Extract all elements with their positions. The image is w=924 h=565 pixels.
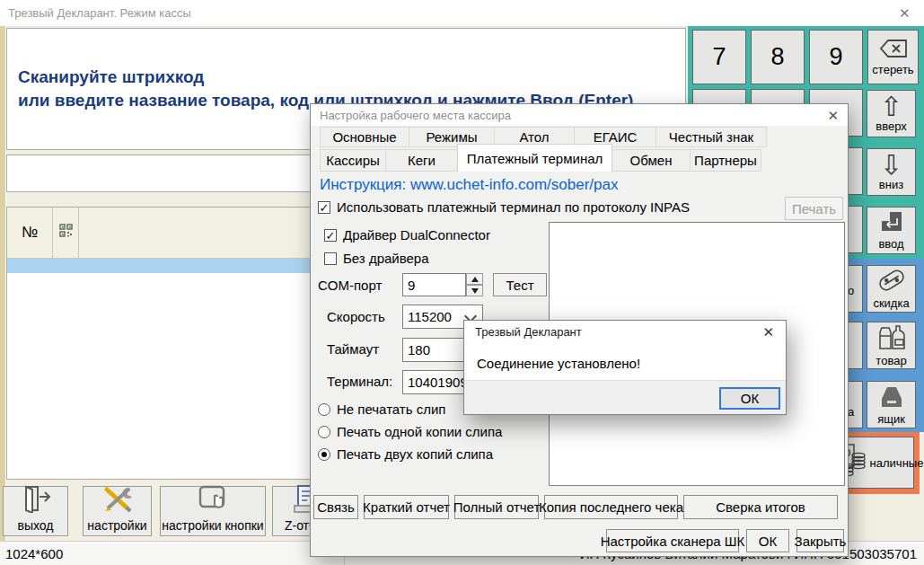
- speed-label: Скорость: [327, 309, 385, 324]
- driver-label: Драйвер DualConnector: [343, 227, 490, 243]
- down-button[interactable]: ⇩ вниз: [867, 148, 916, 196]
- slip-radio-row[interactable]: Печать двух копий слипа: [318, 446, 493, 462]
- main-close-icon[interactable]: ✕: [899, 6, 911, 20]
- tab-obmen[interactable]: Обмен: [612, 149, 691, 172]
- toolbar-label: выход: [18, 518, 54, 533]
- full-report-button[interactable]: Полный отчет: [454, 495, 539, 519]
- driver-checkbox[interactable]: ✓: [324, 229, 337, 242]
- inpas-checkbox[interactable]: ✓: [318, 201, 330, 214]
- key-9[interactable]: 9: [809, 30, 863, 84]
- last-receipt-copy-button[interactable]: Копия последнего чека: [544, 495, 678, 519]
- message-dialog-title: Трезвый Декларант: [475, 325, 582, 339]
- qr-code-icon: [59, 224, 73, 242]
- scanner-settings-button[interactable]: Настройка сканера ШК: [606, 529, 739, 552]
- message-ok-button[interactable]: ОК: [719, 387, 780, 410]
- drawer-label: ящик: [877, 412, 905, 426]
- timeout-label: Таймаут: [327, 341, 379, 357]
- product-button[interactable]: товар: [867, 322, 916, 369]
- up-button[interactable]: ⇧ вверх: [867, 90, 916, 137]
- up-label: вверх: [876, 119, 906, 133]
- tab-payment-terminal[interactable]: Платежный терминал: [457, 144, 612, 172]
- scan-message-line1: Сканируйте штрихкод: [18, 67, 204, 87]
- drawer-icon: [876, 384, 908, 412]
- totals-check-button[interactable]: Сверка итогов: [683, 495, 838, 519]
- inpas-checkbox-row[interactable]: ✓ Использовать платежный терминал по про…: [318, 199, 690, 215]
- message-text: Соединение установлено!: [477, 356, 640, 371]
- radio-label: Не печатать слип: [337, 402, 445, 417]
- button-settings-button[interactable]: настройки кнопки: [160, 486, 266, 536]
- toolbar-label: настройки: [87, 518, 146, 533]
- spinner-down-icon[interactable]: [466, 285, 483, 296]
- enter-key-icon: [878, 210, 905, 237]
- message-close-icon[interactable]: ✕: [762, 325, 774, 339]
- driver-checkbox-row[interactable]: ✓ Драйвер DualConnector: [324, 227, 490, 243]
- short-report-button[interactable]: Краткий отчет: [364, 495, 449, 519]
- com-port-label: COM-порт: [318, 278, 382, 293]
- tab-kegi[interactable]: Кеги: [385, 149, 458, 172]
- speed-value: 115200: [408, 309, 452, 324]
- report-buttons-row: Связь Краткий отчет Полный отчет Копия п…: [313, 495, 838, 519]
- press-button-icon: [195, 484, 231, 518]
- instruction-link[interactable]: Инструкция: www.uchet-info.com/sober/pax: [320, 176, 618, 194]
- discount-label: скидка: [873, 296, 909, 310]
- no-driver-label: Без драйвера: [343, 251, 429, 266]
- inpas-label: Использовать платежный терминал по прото…: [337, 199, 690, 215]
- tab-partnery[interactable]: Партнеры: [690, 149, 761, 172]
- radio-no-slip[interactable]: [318, 403, 330, 416]
- print-button[interactable]: Печать: [785, 197, 843, 220]
- bottles-icon: [876, 323, 907, 354]
- discount-icon: [876, 268, 908, 296]
- terminal-label: Терминал:: [327, 374, 392, 389]
- key-7-label: 7: [712, 43, 726, 71]
- enter-label: ввод: [878, 237, 903, 251]
- slip-radio-row[interactable]: Не печатать слип: [318, 402, 445, 417]
- no-driver-checkbox-row[interactable]: Без драйвера: [324, 251, 429, 266]
- key-7[interactable]: 7: [692, 30, 746, 84]
- main-titlebar: Трезвый Декларант. Режим кассы ✕: [0, 0, 924, 27]
- key-9-label: 9: [829, 43, 842, 71]
- connection-button[interactable]: Связь: [313, 495, 358, 519]
- message-dialog-footer: ОК: [464, 380, 786, 414]
- tab-kassiry[interactable]: Кассиры: [320, 149, 386, 172]
- resolution-text: 1024*600: [5, 546, 63, 561]
- backspace-icon: [878, 38, 909, 63]
- erase-label: стереть: [872, 63, 913, 76]
- toolbar-label: настройки кнопки: [162, 518, 263, 533]
- settings-dialog-title: Настройка рабочего места кассира: [320, 109, 511, 122]
- enter-button[interactable]: ввод: [867, 207, 916, 254]
- settings-button[interactable]: настройки: [83, 486, 152, 536]
- down-arrow-icon: ⇩: [880, 153, 902, 178]
- message-dialog: Трезвый Декларант ✕ Соединение установле…: [463, 320, 787, 415]
- erase-button[interactable]: стереть: [867, 30, 919, 84]
- cash-label: наличные: [870, 456, 924, 470]
- discount-button[interactable]: скидка: [867, 265, 916, 313]
- test-button[interactable]: Тест: [493, 273, 547, 296]
- spinner-up-icon[interactable]: [466, 273, 483, 285]
- settings-ok-button[interactable]: ОК: [746, 529, 789, 552]
- exit-door-icon: [19, 484, 53, 518]
- key-8[interactable]: 8: [751, 30, 805, 84]
- left-border-strip: [0, 26, 6, 541]
- radio-two-copies[interactable]: [318, 448, 330, 461]
- no-driver-checkbox[interactable]: [324, 252, 337, 265]
- drawer-button[interactable]: ящик: [867, 381, 916, 428]
- cash-button[interactable]: наличные: [846, 437, 914, 489]
- tab-row-2: Кассиры Кеги Платежный терминал Обмен Па…: [320, 147, 761, 172]
- exit-button[interactable]: выход: [3, 486, 68, 536]
- settings-close-icon[interactable]: ✕: [827, 109, 839, 122]
- hidden-key-label-fragment: о: [848, 284, 854, 297]
- settings-dialog-titlebar: Настройка рабочего места кассира ✕: [311, 104, 848, 126]
- slip-radio-row[interactable]: Печать одной копии слипа: [318, 424, 502, 439]
- hidden-key-label-fragment: а: [848, 405, 854, 419]
- radio-label: Печать двух копий слипа: [337, 446, 493, 462]
- com-port-field[interactable]: 9: [402, 273, 466, 296]
- app-window: Трезвый Декларант. Режим кассы ✕ Сканиру…: [0, 0, 924, 565]
- tab-osnovnye[interactable]: Основные: [320, 127, 409, 147]
- column-header-number: №: [7, 207, 53, 258]
- tools-icon: [100, 484, 136, 518]
- tab-chestny-znak[interactable]: Честный знак: [656, 127, 767, 147]
- settings-close-button[interactable]: Закрыть: [796, 529, 844, 552]
- product-label: товар: [876, 354, 906, 367]
- com-port-spinner[interactable]: [466, 273, 483, 296]
- radio-one-copy[interactable]: [318, 426, 330, 438]
